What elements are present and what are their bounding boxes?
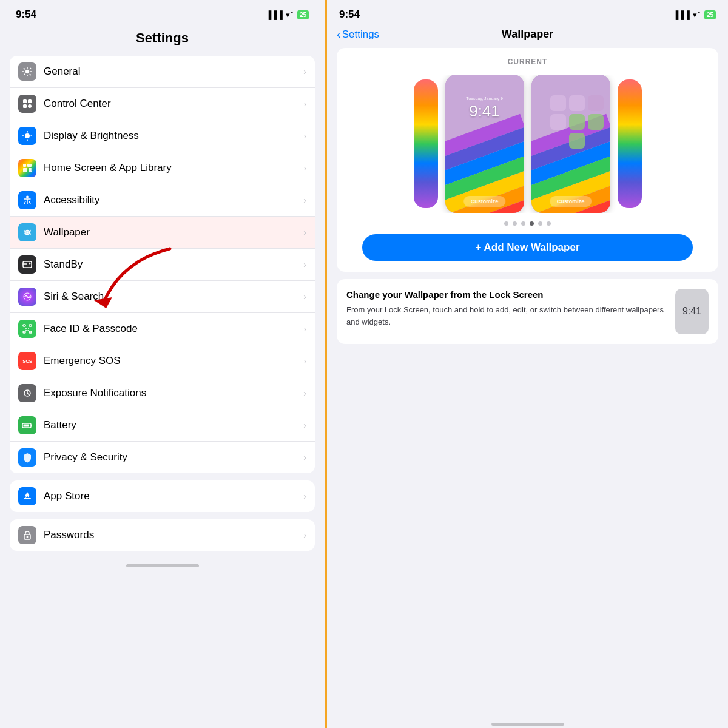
info-preview-time: 9:41 xyxy=(682,306,701,317)
rainbow-background xyxy=(445,75,524,213)
svg-rect-10 xyxy=(28,99,32,103)
display-chevron: › xyxy=(303,131,306,141)
side-peek-left xyxy=(414,79,438,208)
svg-point-33 xyxy=(25,328,27,329)
info-desc: From your Lock Screen, touch and hold to… xyxy=(346,304,667,328)
passwords-label: Passwords xyxy=(44,529,301,541)
display-label: Display & Brightness xyxy=(44,130,301,142)
exposure-label: Exposure Notifications xyxy=(44,387,301,399)
svg-rect-9 xyxy=(23,99,27,103)
face-id-label: Face ID & Passcode xyxy=(44,323,301,335)
general-chevron: › xyxy=(303,67,306,76)
settings-item-face-id[interactable]: Face ID & Passcode › xyxy=(10,313,315,345)
svg-rect-31 xyxy=(23,331,25,333)
status-icons-left: ▐▐▐ ▾˄ 25 xyxy=(266,10,309,19)
battery-label: Battery xyxy=(44,419,301,431)
svg-point-39 xyxy=(27,536,29,538)
status-bar-left: 9:54 ▐▐▐ ▾˄ 25 xyxy=(10,0,315,25)
svg-rect-29 xyxy=(23,325,25,326)
app-store-chevron: › xyxy=(303,491,306,501)
svg-line-8 xyxy=(24,74,25,75)
settings-item-standby[interactable]: StandBy › xyxy=(10,249,315,281)
svg-rect-37 xyxy=(24,425,29,427)
svg-rect-20 xyxy=(23,168,27,172)
svg-rect-19 xyxy=(27,164,32,167)
settings-item-accessibility[interactable]: Accessibility › xyxy=(10,184,315,217)
battery-icon-right: 25 xyxy=(704,10,716,19)
accessibility-chevron: › xyxy=(303,195,306,205)
back-chevron: ‹ xyxy=(337,27,341,41)
settings-item-emergency-sos[interactable]: SOS Emergency SOS › xyxy=(10,345,315,377)
status-bar-right: 9:54 ▐▐▐ ▾˄ 25 xyxy=(337,0,718,25)
page-title-settings: Settings xyxy=(10,25,315,56)
info-title: Change your Wallpaper from the Lock Scre… xyxy=(346,289,667,301)
svg-line-6 xyxy=(30,74,31,75)
home-screen-background xyxy=(531,75,610,213)
signal-icon-right: ▐▐▐ xyxy=(673,10,690,19)
settings-item-passwords[interactable]: Passwords › xyxy=(10,519,315,551)
wallpaper-label: Wallpaper xyxy=(44,226,301,238)
settings-item-home-screen[interactable]: Home Screen & App Library › xyxy=(10,152,315,184)
control-center-icon xyxy=(18,95,36,113)
battery-chevron: › xyxy=(303,420,306,430)
settings-item-general[interactable]: General › xyxy=(10,56,315,88)
dot-6[interactable] xyxy=(547,221,551,226)
svg-rect-11 xyxy=(23,104,27,108)
svg-point-23 xyxy=(26,196,29,198)
time-left: 9:54 xyxy=(16,8,36,21)
control-center-chevron: › xyxy=(303,99,306,109)
svg-rect-30 xyxy=(29,325,32,326)
settings-item-wallpaper[interactable]: Wallpaper › xyxy=(10,217,315,249)
dot-1[interactable] xyxy=(504,221,508,226)
svg-rect-22 xyxy=(29,170,32,172)
settings-item-battery[interactable]: Battery › xyxy=(10,410,315,442)
settings-item-control-center[interactable]: Control Center › xyxy=(10,88,315,120)
settings-item-display[interactable]: Display & Brightness › xyxy=(10,120,315,152)
settings-item-exposure[interactable]: Exposure Notifications › xyxy=(10,377,315,410)
standby-chevron: › xyxy=(303,260,306,269)
standby-icon xyxy=(18,255,36,274)
app-store-icon xyxy=(18,487,36,505)
info-card: Change your Wallpaper from the Lock Scre… xyxy=(337,279,718,344)
svg-line-7 xyxy=(30,68,31,69)
wallpaper-icon xyxy=(18,223,36,241)
privacy-icon xyxy=(18,448,36,467)
dot-3[interactable] xyxy=(521,221,525,226)
face-id-chevron: › xyxy=(303,324,306,334)
home-screen-chevron: › xyxy=(303,163,306,173)
home-screen-preview[interactable]: Customize xyxy=(531,75,610,213)
home-icons-grid xyxy=(550,95,604,149)
dot-4-active[interactable] xyxy=(530,221,534,226)
battery-icon-left: 25 xyxy=(297,10,309,19)
dot-5[interactable] xyxy=(538,221,542,226)
settings-group-3: Passwords › xyxy=(10,519,315,551)
settings-item-app-store[interactable]: App Store › xyxy=(10,480,315,512)
settings-item-siri[interactable]: Siri & Search › xyxy=(10,281,315,313)
privacy-label: Privacy & Security xyxy=(44,451,301,463)
lock-screen-preview[interactable]: Tuesday, January 9 9:41 Customize xyxy=(445,75,524,213)
exposure-icon xyxy=(18,384,36,402)
home-customize-btn[interactable]: Customize xyxy=(550,196,592,207)
lock-customize-btn[interactable]: Customize xyxy=(463,196,506,207)
settings-item-privacy[interactable]: Privacy & Security › xyxy=(10,442,315,473)
svg-rect-32 xyxy=(29,331,32,333)
settings-group-2: App Store › xyxy=(10,480,315,512)
svg-point-27 xyxy=(29,263,31,265)
time-right: 9:54 xyxy=(339,8,360,21)
svg-point-0 xyxy=(25,70,29,73)
wifi-icon-right: ▾˄ xyxy=(693,10,701,19)
accessibility-icon xyxy=(18,191,36,209)
siri-chevron: › xyxy=(303,292,306,302)
lock-time: 9:41 xyxy=(445,102,524,121)
pagination-dots xyxy=(344,221,711,226)
svg-point-12 xyxy=(28,104,32,108)
wallpaper-card: CURRENT xyxy=(337,48,718,272)
settings-group-1: General › Control Center › Display & Bri… xyxy=(10,56,315,473)
side-peek-right xyxy=(618,79,642,208)
home-indicator-right xyxy=(491,723,564,726)
dot-2[interactable] xyxy=(513,221,517,226)
add-wallpaper-button[interactable]: + Add New Wallpaper xyxy=(362,234,693,261)
standby-label: StandBy xyxy=(44,258,301,271)
accessibility-label: Accessibility xyxy=(44,194,301,206)
back-button[interactable]: ‹ Settings xyxy=(337,27,379,41)
